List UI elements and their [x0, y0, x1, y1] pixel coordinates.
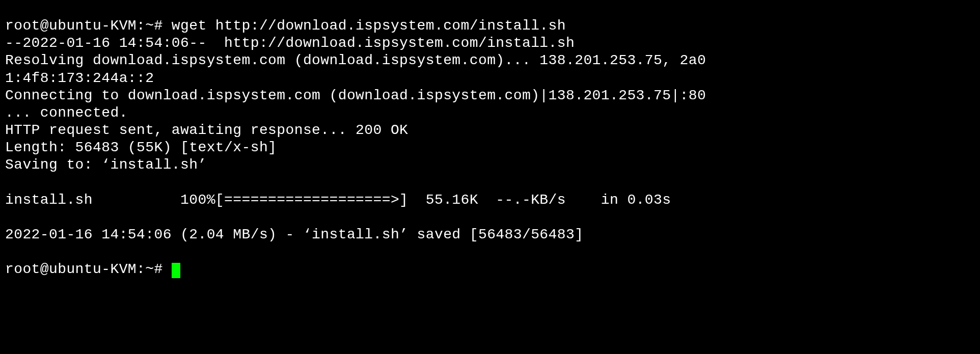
terminal-line: Saving to: ‘install.sh’: [5, 157, 207, 173]
terminal-line: root@ubuntu-KVM:~# wget http://download.…: [5, 18, 566, 34]
terminal-prompt-line: root@ubuntu-KVM:~#: [5, 261, 180, 277]
terminal-line: HTTP request sent, awaiting response... …: [5, 122, 408, 138]
terminal-output[interactable]: root@ubuntu-KVM:~# wget http://download.…: [0, 0, 980, 279]
terminal-line: 2022-01-16 14:54:06 (2.04 MB/s) - ‘insta…: [5, 227, 583, 242]
terminal-line: Length: 56483 (55K) [text/x-sh]: [5, 140, 277, 155]
terminal-prompt: root@ubuntu-KVM:~#: [5, 261, 172, 277]
terminal-line: ... connected.: [5, 105, 128, 121]
terminal-line: install.sh 100%[===================>] 55…: [5, 192, 671, 208]
terminal-line: --2022-01-16 14:54:06-- http://download.…: [5, 35, 575, 51]
cursor-icon[interactable]: [172, 263, 180, 278]
terminal-line: 1:4f8:173:244a::2: [5, 70, 154, 86]
terminal-line: Connecting to download.ispsystem.com (do…: [5, 88, 706, 103]
window-edge: [0, 0, 4, 354]
terminal-line: Resolving download.ispsystem.com (downlo…: [5, 52, 706, 68]
